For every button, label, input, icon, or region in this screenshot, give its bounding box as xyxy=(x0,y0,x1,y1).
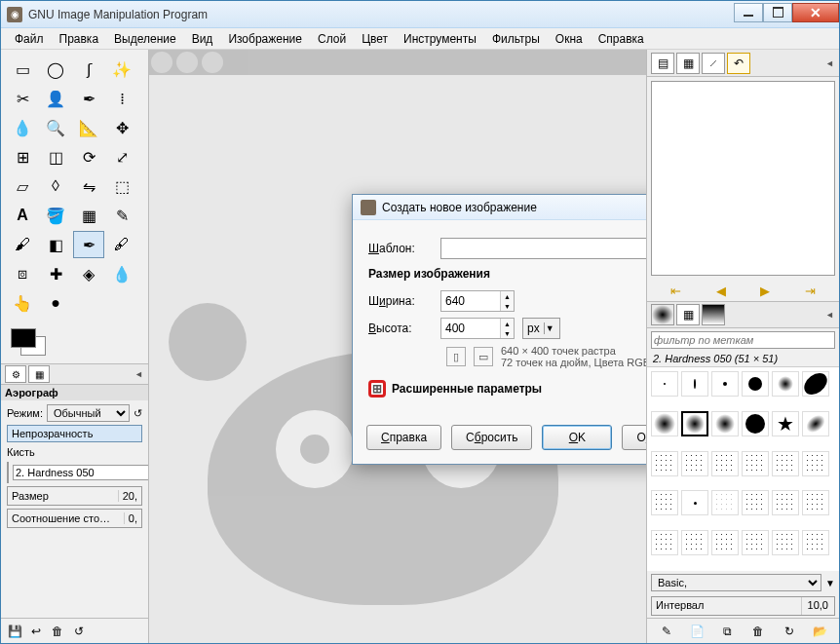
brush-dock-menu-icon[interactable]: ◄ xyxy=(825,310,835,320)
brush-item[interactable] xyxy=(742,451,769,476)
template-combo[interactable]: ▼ xyxy=(440,238,646,259)
width-up-icon[interactable]: ▲ xyxy=(501,291,514,301)
text-tool[interactable]: A xyxy=(7,202,38,229)
undo-tab[interactable]: ↶ xyxy=(727,53,750,74)
brush-item[interactable] xyxy=(711,371,739,397)
reset-mode-icon[interactable]: ↺ xyxy=(134,407,142,420)
brushes-tab[interactable] xyxy=(651,304,674,325)
channels-tab[interactable]: ▦ xyxy=(676,53,700,74)
menu-help[interactable]: Справка xyxy=(591,30,652,48)
maximize-button[interactable] xyxy=(763,3,792,22)
brush-item[interactable] xyxy=(651,411,678,436)
width-input[interactable]: ▲▼ xyxy=(440,290,515,312)
restore-preset-icon[interactable]: ↩ xyxy=(28,624,44,639)
brush-item[interactable] xyxy=(651,451,678,476)
zoom-tool[interactable]: 🔍 xyxy=(40,114,71,141)
nav-next-icon[interactable]: ▶ xyxy=(760,284,770,298)
measure-tool[interactable]: 📐 xyxy=(73,114,104,141)
brush-item[interactable] xyxy=(742,371,769,397)
menu-select[interactable]: Выделение xyxy=(106,30,184,48)
brush-preview-icon[interactable] xyxy=(7,462,9,483)
crop-tool[interactable]: ◫ xyxy=(40,143,71,170)
reset-preset-icon[interactable]: ↺ xyxy=(71,624,87,639)
right-dock-menu-icon[interactable]: ◄ xyxy=(825,58,835,68)
brush-item[interactable] xyxy=(742,411,769,436)
menu-filters[interactable]: Фильтры xyxy=(484,30,548,48)
brush-item[interactable] xyxy=(711,411,739,436)
foreground-tool[interactable]: 👤 xyxy=(40,85,71,112)
brush-item[interactable] xyxy=(772,490,799,515)
edit-brush-icon[interactable]: ✎ xyxy=(659,624,674,639)
airbrush-tool[interactable]: ✒ xyxy=(73,231,104,258)
delete-brush-icon[interactable]: 🗑 xyxy=(750,624,766,639)
clone-tool[interactable]: ⧇ xyxy=(7,260,38,287)
brush-item[interactable] xyxy=(681,451,708,476)
paintbrush-tool[interactable]: 🖌 xyxy=(7,231,38,258)
eyedrop-tool[interactable]: 💧 xyxy=(7,114,38,141)
nav-prev-icon[interactable]: ◀ xyxy=(716,284,726,298)
brush-item[interactable] xyxy=(802,530,829,555)
blend-tool[interactable]: ▦ xyxy=(73,202,104,229)
smudge-tool[interactable]: 👆 xyxy=(7,289,38,317)
align-tool[interactable]: ⊞ xyxy=(7,143,38,170)
perspective-tool[interactable]: ◊ xyxy=(40,172,71,200)
ellipse-select-tool[interactable]: ◯ xyxy=(40,56,71,83)
ok-button[interactable]: OK xyxy=(542,425,612,450)
perspective-clone-tool[interactable]: ◈ xyxy=(73,260,104,287)
preset-menu-icon[interactable]: ▼ xyxy=(825,578,835,588)
minimize-button[interactable] xyxy=(734,3,763,22)
brush-item[interactable] xyxy=(802,451,829,476)
menu-edit[interactable]: Правка xyxy=(52,30,107,48)
brush-item[interactable] xyxy=(772,371,799,397)
aspect-spinner[interactable]: Соотношение сто… 0, xyxy=(7,509,142,528)
wand-tool[interactable]: ✨ xyxy=(106,56,137,83)
brush-item[interactable] xyxy=(711,530,739,555)
menu-file[interactable]: Файл xyxy=(7,30,52,48)
scale-tool[interactable]: ⤢ xyxy=(106,143,137,170)
paths-tool[interactable]: ✒ xyxy=(73,85,104,112)
brush-item[interactable] xyxy=(681,490,708,515)
layers-tab[interactable]: ▤ xyxy=(651,53,674,74)
heal-tool[interactable]: ✚ xyxy=(40,260,71,287)
opacity-slider[interactable]: Непрозрачность xyxy=(7,425,142,442)
refresh-brush-icon[interactable]: ↻ xyxy=(782,624,797,639)
rect-select-tool[interactable]: ▭ xyxy=(7,56,38,83)
scissors-tool[interactable]: ✂ xyxy=(7,85,38,112)
spacing-spinner[interactable]: Интервал 10,0 xyxy=(651,596,835,616)
pencil-tool[interactable]: ✎ xyxy=(106,202,137,229)
brush-item[interactable] xyxy=(802,490,829,515)
brush-item[interactable] xyxy=(651,530,678,555)
help-button[interactable]: Справка xyxy=(366,425,441,450)
bucket-tool[interactable]: 🪣 xyxy=(40,202,71,229)
nav-last-icon[interactable]: ⇥ xyxy=(805,284,816,298)
tool-options-tab[interactable]: ⚙ xyxy=(5,365,26,383)
portrait-icon[interactable]: ▯ xyxy=(446,347,466,366)
color-picker-tool[interactable]: ⁞ xyxy=(106,85,137,112)
cancel-button[interactable]: Отменить xyxy=(622,425,646,450)
menu-color[interactable]: Цвет xyxy=(354,30,396,48)
height-input[interactable]: ▲▼ xyxy=(440,318,515,339)
dup-brush-icon[interactable]: ⧉ xyxy=(720,624,736,639)
new-brush-icon[interactable]: 📄 xyxy=(689,624,705,639)
device-tab[interactable]: ▦ xyxy=(28,365,50,383)
close-button[interactable] xyxy=(792,3,839,22)
menu-layer[interactable]: Слой xyxy=(310,30,354,48)
nav-first-icon[interactable]: ⇤ xyxy=(670,284,681,298)
dock-menu-icon[interactable]: ◄ xyxy=(134,369,144,379)
brush-item[interactable] xyxy=(742,530,769,555)
fg-color-swatch[interactable] xyxy=(11,328,36,348)
brush-name-input[interactable] xyxy=(13,465,148,480)
paths-tab[interactable]: ⟋ xyxy=(702,53,725,74)
brush-item[interactable] xyxy=(651,490,678,515)
brush-item[interactable] xyxy=(772,530,799,555)
brush-preset-select[interactable]: Basic, xyxy=(651,574,821,591)
menu-image[interactable]: Изображение xyxy=(220,30,310,48)
menu-view[interactable]: Вид xyxy=(184,30,221,48)
brush-item[interactable] xyxy=(772,451,799,476)
brush-item[interactable] xyxy=(802,371,829,397)
gradients-tab[interactable] xyxy=(702,304,725,325)
advanced-expander[interactable]: ⊞ Расширенные параметры xyxy=(368,380,646,398)
height-down-icon[interactable]: ▼ xyxy=(501,328,514,338)
shear-tool[interactable]: ▱ xyxy=(7,172,38,200)
eraser-tool[interactable]: ◧ xyxy=(40,231,71,258)
